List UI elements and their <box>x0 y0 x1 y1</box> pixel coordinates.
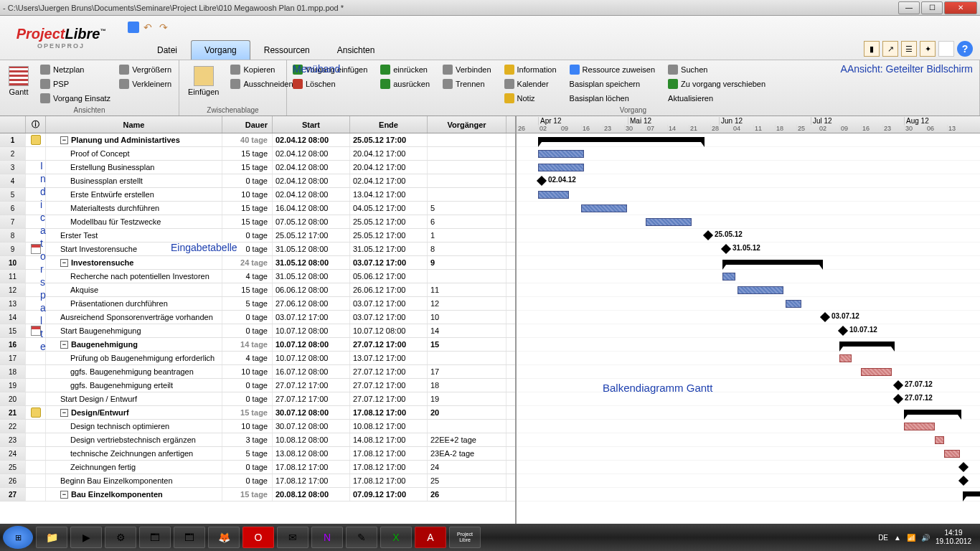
milestone-marker[interactable] <box>958 462 969 472</box>
table-row[interactable]: 1−Planung und Administartives40 tage02.0… <box>0 133 515 147</box>
task-bar[interactable] <box>861 368 892 376</box>
table-row[interactable]: 18ggfs. Baugenehmigung beantragen10 tage… <box>0 365 515 379</box>
redo-icon[interactable] <box>159 22 171 33</box>
undo-icon[interactable] <box>143 22 155 33</box>
milestone-marker[interactable] <box>893 380 903 390</box>
milestone-marker[interactable] <box>537 176 547 186</box>
outline-toggle[interactable]: − <box>60 136 68 144</box>
table-row[interactable]: 6Materialtests durchführen15 tage16.04.1… <box>0 202 515 215</box>
taskbar-adobe[interactable]: A <box>415 527 446 548</box>
close-button[interactable]: ✕ <box>944 1 977 14</box>
tray-volume-icon[interactable]: 🔊 <box>921 534 930 542</box>
outline-toggle[interactable]: − <box>60 409 68 417</box>
table-row[interactable]: 14Ausreichend Sponsorenverträge vorhande… <box>0 311 515 324</box>
taskbar-explorer[interactable]: 📁 <box>36 527 67 548</box>
gantt-timescale[interactable]: Apr 12Mai 12Jun 12Jul 12Aug 122602091623… <box>517 116 980 133</box>
tray-lang[interactable]: DE <box>878 534 888 542</box>
task-bar[interactable] <box>738 286 783 294</box>
table-row[interactable]: 7Modellbau für Testzwecke15 tage07.05.12… <box>0 215 515 229</box>
netzplan-button[interactable]: Netzplan <box>40 63 110 76</box>
vorgang-einsatz-button[interactable]: Vorgang Einsatz <box>40 92 110 105</box>
table-row[interactable]: 13Präsentationen durchführen5 tage27.06.… <box>0 297 515 311</box>
summary-bar[interactable] <box>839 342 895 347</box>
taskbar-projectlibre[interactable]: ProjectLibre <box>449 527 481 548</box>
table-row[interactable]: 10−Investorensuche24 tage31.05.12 08:000… <box>0 256 515 270</box>
table-row[interactable]: 23Design vertriebstechnisch ergänzen3 ta… <box>0 433 515 447</box>
verbinden-button[interactable]: Verbinden <box>443 63 491 76</box>
ressource-zuweisen-button[interactable]: Ressource zuweisen <box>570 63 656 76</box>
col-vorgaenger[interactable]: Vorgänger <box>428 116 507 133</box>
milestone-marker[interactable] <box>838 326 848 336</box>
milestone-marker[interactable] <box>893 394 903 404</box>
task-bar[interactable] <box>722 273 735 281</box>
taskbar-onenote[interactable]: N <box>311 527 343 548</box>
loeschen-button[interactable]: Löschen <box>293 77 367 90</box>
task-bar[interactable] <box>581 204 627 212</box>
trennen-button[interactable]: Trennen <box>443 77 491 90</box>
taskbar-app4[interactable]: ✎ <box>346 527 377 548</box>
view-icon-5[interactable] <box>938 41 954 57</box>
task-bar[interactable] <box>786 300 801 308</box>
verkleinern-button[interactable]: Verkleinern <box>119 77 171 90</box>
help-icon[interactable]: ? <box>957 41 973 57</box>
task-bar[interactable] <box>839 354 852 362</box>
taskbar-media[interactable]: ▶ <box>70 527 102 548</box>
task-bar[interactable] <box>538 150 584 158</box>
tray-clock[interactable]: 14:19 19.10.2012 <box>936 529 971 546</box>
taskbar-firefox[interactable]: 🦊 <box>208 527 240 548</box>
col-dauer[interactable]: Dauer <box>222 116 273 133</box>
milestone-marker[interactable] <box>820 312 830 322</box>
ausruecken-button[interactable]: ausrücken <box>380 77 430 90</box>
table-row[interactable]: 16−Baugenehmigung14 tage10.07.12 08:0027… <box>0 338 515 352</box>
zu-vorgang-button[interactable]: Zu vorgang verschieben <box>668 77 765 90</box>
milestone-marker[interactable] <box>958 476 969 486</box>
suchen-button[interactable]: Suchen <box>668 63 765 76</box>
taskbar-outlook[interactable]: ✉ <box>277 527 308 548</box>
information-button[interactable]: Information <box>504 63 557 76</box>
view-icon-3[interactable]: ☰ <box>901 41 917 57</box>
vergroessern-button[interactable]: Vergrößern <box>119 63 171 76</box>
table-row[interactable]: 8Erster Test0 tage25.05.12 17:0025.05.12… <box>0 229 515 242</box>
table-row[interactable]: 27−Bau Einzelkomponenten15 tage20.08.12 … <box>0 488 515 501</box>
notiz-button[interactable]: Notiz <box>504 92 557 105</box>
taskbar-app2[interactable]: 🗔 <box>139 527 171 548</box>
summary-bar[interactable] <box>538 137 705 142</box>
basisplan-loeschen-button[interactable]: Basisplan löchen <box>570 92 656 105</box>
tab-ansichten[interactable]: Ansichten <box>324 40 389 60</box>
table-row[interactable]: 3Erstellung Businessplan15 tage02.04.12 … <box>0 161 515 174</box>
task-bar[interactable] <box>646 218 692 226</box>
kalender-button[interactable]: Kalender <box>504 77 557 90</box>
ausschneiden-button[interactable]: Ausschneiden <box>230 77 293 90</box>
table-row[interactable]: 24technische Zeichnungen anfertigen5 tag… <box>0 447 515 461</box>
table-row[interactable]: 12Akquise15 tage06.06.12 08:0026.06.12 1… <box>0 283 515 297</box>
maximize-button[interactable]: ☐ <box>921 1 943 14</box>
table-row[interactable]: 26Beginn Bau Einzelkomponenten0 tage17.0… <box>0 474 515 488</box>
task-bar[interactable] <box>538 191 569 199</box>
col-ende[interactable]: Ende <box>350 116 428 133</box>
summary-bar[interactable] <box>963 491 980 496</box>
table-row[interactable]: 2Proof of Concept15 tage02.04.12 08:0020… <box>0 147 515 161</box>
tray-network-icon[interactable]: 📶 <box>907 534 915 542</box>
col-indicator[interactable]: ⓘ <box>26 116 46 133</box>
col-start[interactable]: Start <box>273 116 350 133</box>
task-bar[interactable] <box>538 164 584 171</box>
task-bar[interactable] <box>944 450 960 458</box>
save-icon[interactable] <box>128 22 139 33</box>
table-row[interactable]: 15Start Baugenehmigung0 tage10.07.12 08:… <box>0 324 515 338</box>
summary-bar[interactable] <box>722 260 823 265</box>
milestone-marker[interactable] <box>721 244 731 254</box>
aktualisieren-button[interactable]: Aktualisieren <box>668 92 765 105</box>
taskbar-app3[interactable]: 🗔 <box>174 527 205 548</box>
psp-button[interactable]: PSP <box>40 77 110 90</box>
view-icon-2[interactable]: ↗ <box>882 41 898 57</box>
table-row[interactable]: 4Businessplan erstellt0 tage02.04.12 08:… <box>0 174 515 188</box>
einfuegen-button[interactable]: Einfügen <box>185 63 222 99</box>
table-row[interactable]: 17Prüfung ob Baugenehmigung erforderlich… <box>0 352 515 365</box>
outline-toggle[interactable]: − <box>60 341 68 349</box>
tab-ressourcen[interactable]: Ressourcen <box>250 40 324 60</box>
table-row[interactable]: 19ggfs. Baugenehmigung erteilt0 tage27.0… <box>0 379 515 392</box>
table-row[interactable]: 25Zeichnungen fertig0 tage17.08.12 17:00… <box>0 461 515 474</box>
minimize-button[interactable]: — <box>898 1 920 14</box>
start-button[interactable]: ⊞ <box>3 526 33 549</box>
task-bar[interactable] <box>904 423 935 430</box>
